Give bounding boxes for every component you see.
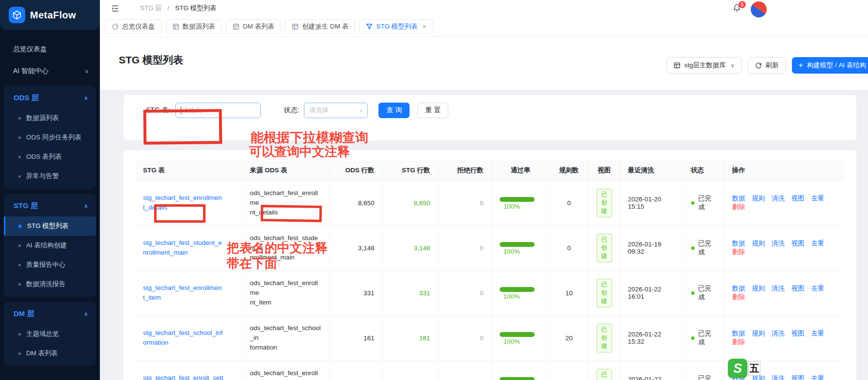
search-button[interactable]: 查 询 <box>379 103 410 118</box>
action-dedupe-link[interactable]: 去重 <box>811 330 824 337</box>
action-dedupe-link[interactable]: 去重 <box>811 375 824 380</box>
action-data-link[interactable]: 数据 <box>732 285 745 292</box>
action-rules-link[interactable]: 规则 <box>752 285 765 292</box>
col-rejected-rows: 拒绝行数 <box>438 161 491 181</box>
cube-logo-icon <box>9 7 25 23</box>
view-status-badge: 已创建 <box>597 279 613 307</box>
action-data-link[interactable]: 数据 <box>732 330 745 337</box>
sidebar-group-ods: ODS 层 ∧ 数据源列表 ODS 同步任务列表 ODS 表列表 异常与告警 <box>4 86 96 189</box>
action-delete-link[interactable]: 删除 <box>732 203 745 211</box>
stg-table-link[interactable]: stg_techart_fest_student_enrollment_main <box>143 238 234 258</box>
ime-indicator[interactable]: S 五 <box>728 359 760 378</box>
sidebar-item-domain-overview[interactable]: 主题域总览 <box>4 324 96 344</box>
stg-table-link[interactable]: stg_techart_fest_enrollment_details <box>143 193 234 213</box>
rejected-count: 0 <box>438 226 491 271</box>
action-delete-link[interactable]: 删除 <box>732 293 745 301</box>
view-status-badge: 已创建 <box>597 369 613 380</box>
tab-bar: 总览仪表盘 数据源列表 DM 表列表 创建派生 DM 表 STG 模型列表 × <box>100 16 868 37</box>
sidebar-item-alerts[interactable]: 异常与告警 <box>4 167 96 186</box>
action-view-link[interactable]: 视图 <box>791 375 805 380</box>
status-dot-icon <box>691 291 694 295</box>
action-rules-link[interactable]: 规则 <box>752 330 765 337</box>
bullet-icon <box>18 225 22 228</box>
rejected-count: 0 <box>438 316 491 361</box>
stg-input-placeholder: 请输入 <box>183 106 202 115</box>
app-name: MetaFlow <box>30 10 76 21</box>
rejected-count: 0 <box>438 271 491 316</box>
app-logo[interactable]: MetaFlow <box>0 0 100 30</box>
menu-collapse-icon[interactable] <box>110 4 120 13</box>
sidebar-item-ai-table-create[interactable]: AI 表结构创建 <box>4 236 96 255</box>
action-delete-link[interactable]: 删除 <box>732 338 745 346</box>
breadcrumb-separator: / <box>168 4 170 12</box>
action-rules-link[interactable]: 规则 <box>752 240 765 247</box>
notification-badge: 5 <box>739 1 746 8</box>
reset-button[interactable]: 重 置 <box>417 103 448 118</box>
stg-table-link[interactable]: stg_techart_fest_enroll_setting <box>143 373 234 380</box>
breadcrumb-parent[interactable]: STG 层 <box>140 4 162 12</box>
avatar[interactable] <box>751 1 767 17</box>
action-view-link[interactable]: 视图 <box>791 195 805 202</box>
rule-count: 12 <box>550 361 588 380</box>
action-clean-link[interactable]: 清洗 <box>772 285 785 292</box>
text-caret <box>181 106 181 114</box>
action-clean-link[interactable]: 清洗 <box>772 240 785 247</box>
sidebar-item-ai-center[interactable]: AI 智能中心 ∨ <box>3 61 96 81</box>
refresh-button[interactable]: 刷新 <box>748 57 786 74</box>
bullet-icon <box>18 156 21 158</box>
col-stg-table: STG 表 <box>135 161 242 181</box>
stg-row-count: 331 <box>382 271 438 316</box>
close-icon[interactable]: × <box>423 23 426 30</box>
table-row: stg_techart_fest_enrollment_details ods_… <box>135 181 844 226</box>
sidebar-item-ods-sync-tasks[interactable]: ODS 同步任务列表 <box>4 128 96 147</box>
action-view-link[interactable]: 视图 <box>791 285 805 292</box>
pass-rate-value: 100% <box>504 248 521 255</box>
stg-table-link[interactable]: stg_techart_fest_school_information <box>143 328 234 348</box>
action-view-link[interactable]: 视图 <box>791 240 805 247</box>
sidebar-item-dm-table-list[interactable]: DM 表列表 <box>4 344 96 363</box>
sidebar-group-title-stg[interactable]: STG 层 ∧ <box>4 196 96 216</box>
table-icon <box>173 23 179 30</box>
status-dot-icon <box>691 246 694 250</box>
sidebar-item-datasource-list[interactable]: 数据源列表 <box>4 108 96 128</box>
action-clean-link[interactable]: 清洗 <box>772 375 785 380</box>
action-view-link[interactable]: 视图 <box>791 330 805 337</box>
action-clean-link[interactable]: 清洗 <box>772 330 785 337</box>
col-view: 视图 <box>588 161 620 181</box>
action-data-link[interactable]: 数据 <box>732 195 745 202</box>
notification-bell-icon[interactable]: 5 <box>732 3 742 15</box>
action-data-link[interactable]: 数据 <box>732 240 745 247</box>
status-select[interactable]: 请选择 ∨ <box>304 103 368 118</box>
page-header: STG 模型列表 stg层主数据库 ∨ 刷新 + 构建模型 / AI 表结构 <box>100 37 868 90</box>
action-dedupe-link[interactable]: 去重 <box>811 240 824 247</box>
tab-dashboard[interactable]: 总览仪表盘 <box>105 19 162 34</box>
sidebar-item-ods-table-list[interactable]: ODS 表列表 <box>4 147 96 167</box>
stg-table-link[interactable]: stg_techart_fest_enrollment_item <box>143 283 234 303</box>
action-dedupe-link[interactable]: 去重 <box>811 195 824 202</box>
tab-stg-model-list[interactable]: STG 模型列表 × <box>359 19 433 34</box>
bullet-icon <box>18 137 21 139</box>
action-dedupe-link[interactable]: 去重 <box>811 285 824 292</box>
sidebar-item-cleaning-report[interactable]: 数据清洗报告 <box>4 274 96 294</box>
last-cleaned-time: 2026-01-22 15:32 <box>620 316 683 361</box>
table-icon <box>292 23 299 30</box>
db-select-button[interactable]: stg层主数据库 ∨ <box>666 57 742 74</box>
tab-dm-table-list[interactable]: DM 表列表 <box>226 19 281 34</box>
stg-table-input[interactable]: 请输入 <box>175 103 261 118</box>
build-model-button[interactable]: + 构建模型 / AI 表结构 <box>792 57 868 74</box>
progress-bar <box>500 377 535 380</box>
action-clean-link[interactable]: 清洗 <box>772 195 785 202</box>
sidebar-group-title-dm[interactable]: DM 层 ∧ <box>4 304 96 324</box>
ods-table-name: ods_techart_fest_school_information <box>250 323 321 352</box>
tab-datasource-list[interactable]: 数据源列表 <box>166 19 222 34</box>
sidebar-group-title-ods[interactable]: ODS 层 ∧ <box>4 88 96 108</box>
bullet-icon <box>18 117 21 120</box>
action-rules-link[interactable]: 规则 <box>752 195 765 202</box>
topbar: STG 层 / STG 模型列表 5 <box>100 0 868 16</box>
tab-create-derived-dm[interactable]: 创建派生 DM 表 <box>285 19 355 34</box>
sidebar-item-stg-model-list[interactable]: STG 模型列表 <box>4 216 96 236</box>
sidebar-item-dashboard[interactable]: 总览仪表盘 <box>3 40 96 59</box>
action-delete-link[interactable]: 删除 <box>732 248 745 256</box>
page-title: STG 模型列表 <box>119 53 183 67</box>
sidebar-item-quality-report[interactable]: 质量报告中心 <box>4 255 96 274</box>
